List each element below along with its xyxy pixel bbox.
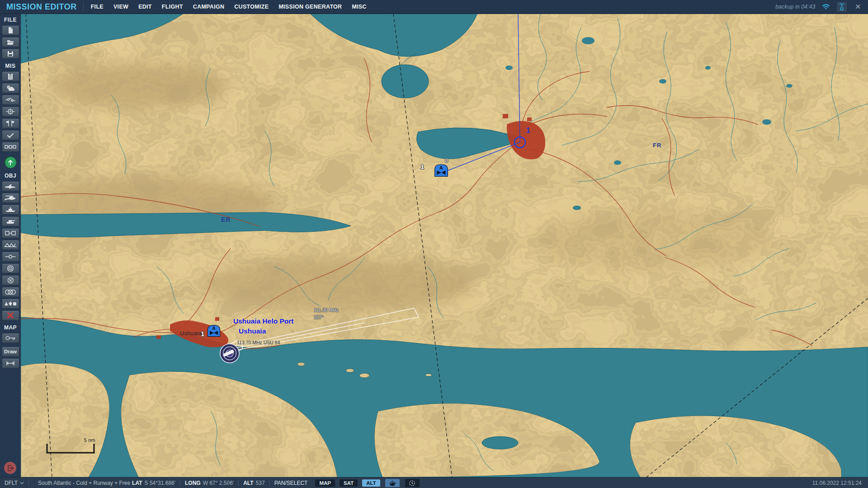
profile-dropdown[interactable]: DFLT xyxy=(0,480,24,486)
section-mis: MIS xyxy=(5,63,16,69)
key-icon xyxy=(5,335,16,341)
target-rings-button[interactable] xyxy=(2,263,19,273)
map-key-button[interactable] xyxy=(2,333,19,343)
flags-button[interactable] xyxy=(2,118,19,128)
menu-customize[interactable]: CUSTOMIZE xyxy=(234,4,269,10)
briefing-icon xyxy=(7,73,14,80)
bullseye-icon xyxy=(6,108,15,115)
mission-name: South Atlantic - Cold + Runway + Free xyxy=(38,480,132,486)
antenna-icon xyxy=(837,2,847,12)
statusbar: DFLT South Atlantic - Cold + Runway + Fr… xyxy=(0,477,868,488)
menu-file[interactable]: FILE xyxy=(91,4,104,10)
menu-flight[interactable]: FLIGHT xyxy=(162,4,183,10)
connections-button[interactable] xyxy=(2,95,19,105)
helicopter-icon xyxy=(4,195,17,201)
draw-shapes-icon xyxy=(4,301,17,306)
map-viewport[interactable]: ER FR 1 0 1 A Ushuaia 1 A xyxy=(21,14,868,477)
chevron-down-icon xyxy=(20,482,24,484)
delete-icon xyxy=(7,312,14,319)
menu-view[interactable]: VIEW xyxy=(113,4,128,10)
add-helicopter-button[interactable] xyxy=(2,193,19,203)
save-icon xyxy=(7,50,14,57)
menu-mission-generator[interactable]: MISSION GENERATOR xyxy=(278,4,342,10)
lat-value: S 54°31.686' xyxy=(145,480,175,486)
long-value: W 67° 2.506' xyxy=(203,480,234,486)
divider xyxy=(180,480,180,486)
time-settings-button[interactable] xyxy=(405,479,420,487)
unit-visibility-button[interactable] xyxy=(385,479,400,487)
map-canvas xyxy=(21,14,868,477)
open-mission-button[interactable] xyxy=(2,37,19,47)
weather-icon xyxy=(6,85,14,91)
map-layer-button[interactable]: MAP xyxy=(315,479,335,487)
time-icon xyxy=(409,480,415,487)
backup-countdown: backup in 04:43 xyxy=(775,4,815,10)
ruler-icon xyxy=(6,361,15,366)
ushuaia-helicopter-unit-icon[interactable]: A xyxy=(206,324,222,339)
save-mission-button[interactable] xyxy=(2,49,19,59)
section-map: MAP xyxy=(4,324,17,331)
target-rings-icon xyxy=(7,265,14,272)
trigger-chain-button[interactable] xyxy=(2,142,19,152)
alt-value: 537 xyxy=(256,480,265,486)
menu-misc[interactable]: MISC xyxy=(352,4,366,10)
ship-icon xyxy=(5,207,16,212)
new-file-icon xyxy=(7,27,14,34)
vor-dme-icon[interactable] xyxy=(218,340,245,366)
measure-button[interactable] xyxy=(2,358,19,368)
long-label: LONG xyxy=(185,480,201,486)
template-icon xyxy=(4,242,17,248)
goals-button[interactable] xyxy=(2,130,19,140)
add-zone-button[interactable] xyxy=(2,252,19,262)
new-mission-button[interactable] xyxy=(2,25,19,35)
sat-layer-button[interactable]: SAT xyxy=(340,479,358,487)
lat-label: LAT xyxy=(132,480,142,486)
connections-icon xyxy=(5,97,15,103)
helicopter-unit-icon[interactable]: A xyxy=(433,163,449,179)
menu-campaign[interactable]: CAMPAIGN xyxy=(193,4,225,10)
section-file: FILE xyxy=(4,17,17,23)
exclude-zone-button[interactable] xyxy=(2,275,19,285)
add-airplane-button[interactable] xyxy=(2,181,19,191)
divider xyxy=(238,480,239,486)
add-static-object-button[interactable] xyxy=(2,228,19,238)
wifi-icon xyxy=(821,2,830,11)
sead-circles-button[interactable] xyxy=(2,287,19,297)
bullseye-button[interactable] xyxy=(2,107,19,117)
close-icon[interactable]: ✕ xyxy=(853,3,863,11)
mission-datetime: 11.06.2022 12:51:24 xyxy=(812,480,868,486)
altitude-readout: ALT 537 xyxy=(243,480,264,486)
static-object-icon xyxy=(5,230,16,236)
menu-edit[interactable]: EDIT xyxy=(138,4,152,10)
alt-label: ALT xyxy=(243,480,253,486)
title-divider xyxy=(83,2,84,11)
draw-shapes-button[interactable] xyxy=(2,299,19,309)
add-ship-button[interactable] xyxy=(2,205,19,215)
longitude-readout: LONG W 67° 2.506' xyxy=(185,480,234,486)
briefing-button[interactable] xyxy=(2,71,19,81)
app-title: MISSION EDITOR xyxy=(0,2,83,12)
divider xyxy=(28,480,29,486)
up-arrow-button[interactable] xyxy=(5,156,17,169)
profile-label: DFLT xyxy=(5,480,18,486)
tool-sidebar: FILE MIS xyxy=(0,14,21,488)
alt-layer-button[interactable]: ALT xyxy=(362,479,380,487)
svg-text:A: A xyxy=(212,326,216,331)
exit-button[interactable] xyxy=(4,462,16,474)
draw-tool-button[interactable]: Draw xyxy=(2,347,19,357)
add-template-button[interactable] xyxy=(2,240,19,250)
flags-icon xyxy=(6,120,15,127)
sead-circles-icon xyxy=(5,289,16,295)
titlebar: MISSION EDITOR FILE VIEW EDIT FLIGHT CAM… xyxy=(0,0,868,14)
svg-text:A: A xyxy=(439,165,443,170)
weather-button[interactable] xyxy=(2,83,19,93)
exit-icon xyxy=(7,465,14,471)
delete-button[interactable] xyxy=(2,310,19,320)
up-arrow-icon xyxy=(8,160,13,165)
vehicle-icon xyxy=(5,219,16,224)
add-vehicle-button[interactable] xyxy=(2,216,19,226)
goals-icon xyxy=(7,132,14,138)
mode-indicator: PAN/SELECT xyxy=(274,480,308,486)
mission-editor-window: MISSION EDITOR FILE VIEW EDIT FLIGHT CAM… xyxy=(0,0,868,488)
zone-icon xyxy=(5,254,16,259)
